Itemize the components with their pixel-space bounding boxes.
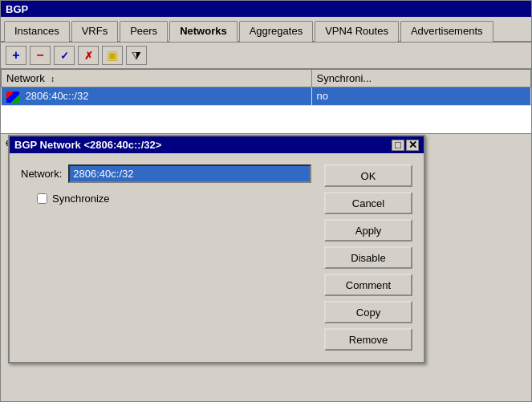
- table-row[interactable]: 2806:40c::/32 no: [2, 87, 531, 106]
- network-field-row: Network:: [21, 164, 311, 183]
- tab-bar: Instances VRFs Peers Networks Aggregates…: [1, 17, 531, 43]
- disable-button[interactable]: Disable: [324, 246, 412, 269]
- dialog-left-panel: Network: Synchronize: [21, 164, 311, 351]
- cancel-button[interactable]: Cancel: [324, 192, 412, 214]
- network-input[interactable]: [68, 164, 311, 183]
- tab-vrfs[interactable]: VRFs: [71, 21, 119, 42]
- network-table: Network ↕ Synchroni... 2806:40c::/32 no: [1, 69, 531, 106]
- tab-networks[interactable]: Networks: [169, 21, 238, 42]
- close-button[interactable]: ✕: [406, 140, 419, 151]
- window-title: BGP: [6, 3, 28, 15]
- tab-vpn4routes[interactable]: VPN4 Routes: [315, 21, 399, 42]
- remove-button[interactable]: Remove: [324, 328, 412, 351]
- check-icon: ✓: [60, 50, 69, 62]
- cell-synchronize: no: [311, 87, 530, 106]
- synchronize-row: Synchronize: [21, 193, 311, 205]
- cross-icon: ✗: [84, 50, 93, 62]
- network-label: Network:: [21, 168, 62, 180]
- remove-button[interactable]: −: [30, 46, 51, 65]
- tab-advertisements[interactable]: Advertisements: [400, 21, 493, 42]
- synchronize-checkbox[interactable]: [37, 193, 47, 204]
- dialog: BGP Network <2806:40c::/32> □ ✕ Network:…: [8, 135, 425, 363]
- tab-aggregates[interactable]: Aggregates: [239, 21, 314, 42]
- tag-button[interactable]: ▣: [102, 46, 123, 65]
- network-icon: [6, 91, 19, 103]
- ok-button[interactable]: OK: [324, 164, 412, 187]
- filter-icon: ⧩: [132, 49, 141, 63]
- comment-button[interactable]: Comment: [324, 274, 412, 296]
- network-table-area: Network ↕ Synchroni... 2806:40c::/32 no: [1, 69, 531, 133]
- add-button[interactable]: +: [6, 46, 26, 65]
- cell-network: 2806:40c::/32: [2, 87, 312, 106]
- col-synchronize: Synchroni...: [311, 70, 530, 87]
- dialog-title: BGP Network <2806:40c::/32>: [14, 139, 161, 151]
- dialog-controls: □ ✕: [392, 140, 419, 151]
- sort-icon[interactable]: ↕: [51, 75, 55, 83]
- restore-button[interactable]: □: [392, 140, 404, 151]
- copy-button[interactable]: Copy: [324, 301, 412, 323]
- enable-button[interactable]: ✓: [54, 46, 75, 65]
- dialog-right-panel: OK Cancel Apply Disable Comment Copy Rem…: [324, 164, 412, 351]
- add-icon: +: [12, 48, 19, 63]
- dialog-content: Network: Synchronize OK Cancel Apply Dis…: [10, 153, 424, 362]
- tag-icon: ▣: [107, 48, 118, 63]
- synchronize-label: Synchronize: [52, 193, 110, 205]
- tab-peers[interactable]: Peers: [120, 21, 168, 42]
- col-network: Network ↕: [2, 70, 312, 87]
- dialog-title-bar: BGP Network <2806:40c::/32> □ ✕: [10, 136, 424, 153]
- disable-button[interactable]: ✗: [78, 46, 99, 65]
- toolbar: + − ✓ ✗ ▣ ⧩: [1, 43, 531, 69]
- tab-instances[interactable]: Instances: [4, 21, 70, 42]
- apply-button[interactable]: Apply: [324, 219, 412, 242]
- minus-icon: −: [36, 48, 43, 63]
- filter-button[interactable]: ⧩: [126, 46, 147, 65]
- title-bar: BGP: [1, 1, 531, 17]
